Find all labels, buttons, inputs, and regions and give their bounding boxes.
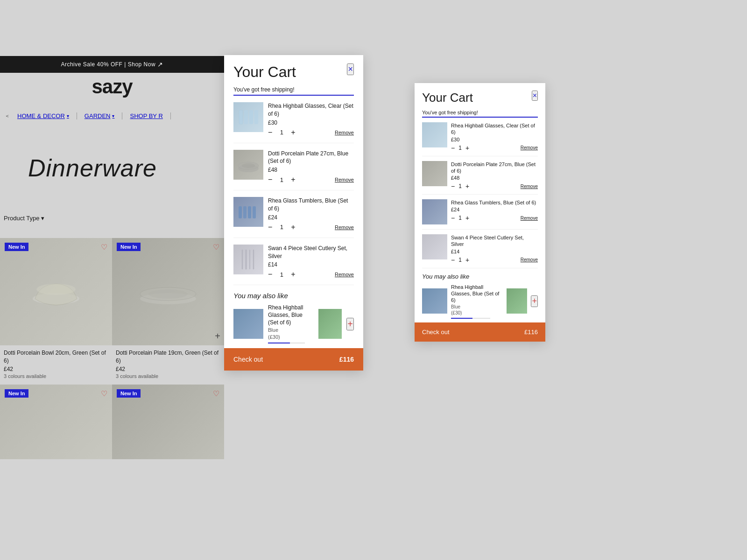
also-like-name-secondary: Rhea Highball Glasses, Blue (Set of 6) [451,284,503,304]
logo[interactable]: sazy [56,76,168,98]
svg-rect-12 [239,206,242,218]
also-like-title-secondary: You may also like [422,273,538,280]
cart-item-price-tumblers: £24 [268,214,354,221]
qty-2-increase-plate[interactable]: + [465,183,469,189]
remove-plate[interactable]: Remove [335,177,354,182]
cart-item-tumblers: Rhea Glass Tumblers, Blue (Set of 6) £24… [233,190,354,238]
product-card-1[interactable]: New In ♡ Dotti Porcelain Bowl 20cm, Gree… [0,238,112,385]
announcement-bar[interactable]: Archive Sale 40% OFF | Shop Now ↗ [0,56,224,73]
cart-item-2-price-glasses: £30 [451,137,538,142]
product-image-3: New In ♡ [0,385,112,459]
cart-item-2-name-glasses: Rhea Highball Glasses, Clear (Set of 6) [451,122,538,136]
qty-2-increase-cutlery[interactable]: + [465,257,469,263]
product-card-2[interactable]: New In ♡ + Dotti Porcelain Plate 19cm, G… [112,238,224,385]
new-in-badge-1: New In [5,243,28,251]
qty-2-value-cutlery: 1 [458,257,462,263]
cart-item-name-glasses: Rhea Highball Glasses, Clear (Set of 6) [268,102,354,118]
cart-item-name-tumblers: Rhea Glass Tumblers, Blue (Set of 6) [268,197,354,213]
checkout-total-main: £116 [339,356,354,363]
cart-item-2-image-glasses [422,122,447,147]
announcement-text: Archive Sale 40% OFF | Shop Now [61,61,155,68]
also-like-progress-fill-main [268,343,290,343]
qty-increase-cutlery[interactable]: + [291,271,295,278]
cart-header-secondary: Your Cart × [415,83,545,105]
checkout-button-secondary[interactable]: Check out £116 [415,322,545,342]
qty-2-increase-glasses[interactable]: + [465,145,469,151]
qty-2-decrease-plate[interactable]: − [451,183,455,189]
remove-2-cutlery[interactable]: Remove [521,257,538,262]
qty-decrease-plate[interactable]: − [268,176,272,183]
qty-increase-tumblers[interactable]: + [291,224,295,231]
remove-2-plate[interactable]: Remove [521,184,538,189]
wishlist-icon-1[interactable]: ♡ [101,243,107,252]
cart-item-image-cutlery [233,245,263,274]
remove-2-tumblers[interactable]: Remove [521,216,538,221]
filter-chevron-icon: ▾ [41,215,44,222]
also-like-color-secondary: Blue [451,304,503,309]
add-to-cart-icon-2[interactable]: + [215,331,220,342]
qty-decrease-cutlery[interactable]: − [268,271,272,278]
remove-cutlery[interactable]: Remove [335,272,354,277]
announcement-arrow: ↗ [157,61,163,68]
remove-2-glasses[interactable]: Remove [521,145,538,150]
cart-close-secondary[interactable]: × [532,91,538,101]
cart-item-image-plate [233,150,263,180]
qty-decrease-tumblers[interactable]: − [268,224,272,231]
product-type-filter[interactable]: Product Type ▾ [4,215,44,222]
remove-glasses[interactable]: Remove [335,130,354,135]
product-card-4[interactable]: New In ♡ [112,385,224,459]
checkout-button-main[interactable]: Check out £116 [224,348,363,371]
cart-item-details-plate: Dotti Porcelain Plate 27cm, Blue (Set of… [268,150,354,184]
cart-item-2-name-tumblers: Rhea Glass Tumblers, Blue (Set of 6) [451,199,538,206]
qty-2-decrease-glasses[interactable]: − [451,145,455,151]
qty-value-tumblers: 1 [278,224,285,231]
nav-bar: ＜ HOME & DECOR ▾ GARDEN ▾ SHOP BY R [0,106,224,125]
nav-item-home-decor[interactable]: HOME & DECOR ▾ [10,112,77,119]
cart-item-2-details-tumblers: Rhea Glass Tumblers, Blue (Set of 6) £24… [451,199,538,224]
cart-item-plate: Dotti Porcelain Plate 27cm, Blue (Set of… [233,143,354,191]
cart-item-2-image-cutlery [422,234,447,259]
wishlist-icon-4[interactable]: ♡ [213,389,219,398]
product-info-2: Dotti Porcelain Plate 19cm, Green (Set o… [112,345,224,385]
product-card-3[interactable]: New In ♡ [0,385,112,459]
cart-item-price-glasses: £30 [268,119,354,126]
qty-2-increase-tumblers[interactable]: + [465,215,469,221]
nav-item-garden[interactable]: GARDEN ▾ [77,112,123,119]
wishlist-icon-3[interactable]: ♡ [101,389,107,398]
also-like-add-main[interactable]: + [346,318,354,330]
also-like-details-secondary: Rhea Highball Glasses, Blue (Set of 6) B… [451,284,503,319]
qty-increase-plate[interactable]: + [291,176,295,183]
new-in-badge-2: New In [117,243,141,251]
checkout-label-secondary: Check out [422,329,450,336]
also-like-image-secondary [422,288,447,314]
product-price-2: £42 [116,366,220,372]
qty-2-decrease-tumblers[interactable]: − [451,215,455,221]
nav-back-arrow[interactable]: ＜ [5,112,10,119]
cart-item-details-tumblers: Rhea Glass Tumblers, Blue (Set of 6) £24… [268,197,354,231]
qty-decrease-glasses[interactable]: − [268,129,272,136]
svg-rect-15 [253,206,256,218]
cart-item-name-plate: Dotti Porcelain Plate 27cm, Blue (Set of… [268,150,354,166]
quantity-controls-tumblers: − 1 + Remove [268,224,354,231]
new-in-badge-3: New In [5,389,28,398]
cart-item-image-glasses [233,102,263,132]
product-image-2: New In ♡ + [112,238,224,345]
remove-tumblers[interactable]: Remove [335,224,354,230]
cart-item-2-price-cutlery: £14 [451,249,538,254]
also-like-add-secondary[interactable]: + [531,295,538,307]
nav-item-shop[interactable]: SHOP BY R [122,112,170,119]
hero-title: Dinnerware [28,154,157,182]
qty-2-decrease-cutlery[interactable]: − [451,257,455,263]
wishlist-icon-2[interactable]: ♡ [213,243,219,252]
nav-chevron-garden: ▾ [112,113,114,119]
also-like-progress-fill-secondary [451,318,472,319]
free-shipping-text-secondary: You've got free shipping! [422,110,538,115]
also-like-second-image-main [318,309,342,339]
also-like-section-secondary: You may also like Rhea Highball Glasses,… [415,268,545,322]
product-price-1: £42 [4,366,108,372]
qty-increase-glasses[interactable]: + [291,129,295,136]
cart-close-main[interactable]: × [347,63,354,75]
quantity-controls-2-plate: − 1 + Remove [451,183,538,189]
qty-2-value-plate: 1 [458,183,462,189]
also-like-title-main: You may also like [233,292,354,300]
